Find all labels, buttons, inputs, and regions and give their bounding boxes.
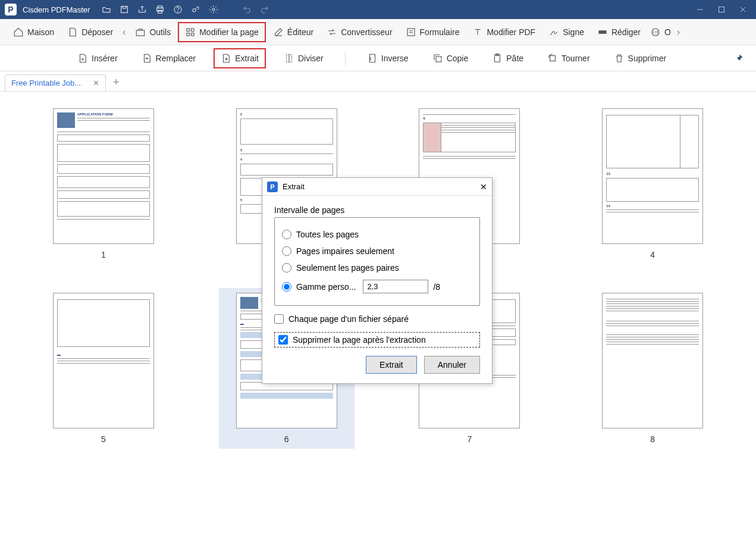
text-icon [472, 27, 483, 37]
sub-split[interactable]: Diviser [278, 49, 330, 67]
form-icon [406, 27, 416, 37]
sub-toolbar: Insérer Remplacer Extrait Diviser Invers… [0, 45, 756, 71]
custom-range-input[interactable] [363, 280, 428, 293]
tab-tools[interactable]: Outils [129, 23, 177, 41]
sub-reverse[interactable]: Inverse [361, 49, 415, 67]
tab-modify-page[interactable]: Modifier la page [178, 22, 266, 42]
share-icon[interactable] [137, 5, 147, 14]
page-thumb-8[interactable]: 8 [585, 288, 720, 449]
range-total: /8 [433, 282, 440, 292]
delete-icon [614, 53, 625, 64]
sub-split-label: Diviser [298, 54, 324, 63]
sub-extract-label: Extrait [235, 54, 259, 63]
sub-rotate-label: Tourner [561, 54, 589, 63]
doc-tab[interactable]: Free Printable Job... ✕ [5, 74, 106, 91]
radio-odd-input[interactable] [282, 246, 291, 256]
tab-modify-pdf-label: Modifier PDF [487, 27, 535, 37]
checkbox-delete-input[interactable] [278, 335, 288, 345]
convert-icon [327, 27, 337, 37]
cancel-button[interactable]: Annuler [424, 356, 480, 374]
checkbox-delete-label: Supprimer la page après l'extraction [293, 335, 426, 345]
tab-sign-label: Signe [563, 27, 584, 37]
chevron-left-icon[interactable]: ‹ [120, 27, 128, 37]
dialog-title: Extrait [283, 182, 475, 191]
close-icon[interactable] [738, 5, 748, 14]
sub-copy-label: Copie [447, 54, 469, 63]
tab-file[interactable]: Déposer [61, 23, 119, 41]
main-tabs: Maison Déposer ‹ Outils Modifier la page… [0, 19, 756, 45]
sub-delete[interactable]: Supprimer [608, 49, 673, 67]
sub-extract[interactable]: Extrait [214, 48, 266, 68]
sub-replace-label: Remplacer [156, 54, 196, 63]
radio-all-pages[interactable]: Toutes les pages [282, 226, 472, 243]
replace-page-icon [142, 53, 152, 64]
tab-form-label: Formulaire [420, 27, 460, 37]
tab-ocr[interactable]: OCR O [648, 23, 673, 41]
ocr-icon: OCR [650, 27, 661, 37]
sub-paste[interactable]: Pâte [486, 49, 529, 67]
pin-icon[interactable] [733, 53, 744, 64]
page-thumb-4[interactable]: 13 14 4 [585, 104, 720, 264]
sub-reverse-label: Inverse [381, 54, 409, 63]
doc-tab-close-icon[interactable]: ✕ [93, 79, 99, 87]
undo-icon[interactable] [242, 5, 252, 14]
checkbox-delete-after[interactable]: Supprimer la page après l'extraction [274, 332, 480, 348]
extract-button[interactable]: Extrait [366, 356, 417, 374]
maximize-icon[interactable] [717, 5, 726, 14]
copy-icon [432, 53, 443, 64]
svg-rect-21 [550, 55, 556, 61]
sub-replace[interactable]: Remplacer [136, 49, 202, 67]
checkbox-separate-files[interactable]: Chaque page d'un fichier séparé [274, 311, 480, 327]
sub-insert[interactable]: Insérer [71, 49, 124, 67]
help-icon[interactable] [173, 5, 183, 14]
settings-icon[interactable] [209, 5, 218, 14]
radio-custom-range[interactable]: Gamme perso... /8 [282, 276, 472, 297]
redo-icon[interactable] [260, 5, 269, 14]
checkbox-separate-input[interactable] [274, 314, 284, 324]
save-icon[interactable] [120, 5, 129, 14]
radio-all-label: Toutes les pages [296, 230, 359, 239]
radio-all-input[interactable] [282, 230, 291, 239]
tab-modify-pdf[interactable]: Modifier PDF [466, 23, 541, 41]
tab-form[interactable]: Formulaire [400, 23, 466, 41]
page-thumb-5[interactable]: ▬ 5 [36, 288, 171, 449]
radio-odd-pages[interactable]: Pages impaires seulement [282, 243, 472, 259]
radio-even-input[interactable] [282, 263, 291, 273]
dialog-logo: P [267, 182, 278, 192]
tab-redact[interactable]: Rédiger [591, 23, 647, 41]
sign-icon [548, 27, 559, 37]
tab-converter-label: Convertisseur [341, 27, 392, 37]
page-thumb-preview: ▬ [53, 293, 154, 428]
radio-custom-input[interactable] [282, 282, 291, 292]
svg-rect-0 [121, 7, 128, 13]
print-icon[interactable] [155, 5, 165, 14]
edit-icon [273, 27, 284, 37]
page-thumb-preview: APPLICATION FORM [53, 108, 154, 244]
open-icon[interactable] [102, 5, 111, 14]
radio-even-pages[interactable]: Seulement les pages paires [282, 259, 472, 276]
tab-tools-label: Outils [149, 27, 171, 37]
radio-even-label: Seulement les pages paires [296, 263, 399, 273]
page-number: 1 [101, 250, 106, 259]
sub-rotate[interactable]: Tourner [541, 49, 595, 67]
tab-redact-label: Rédiger [611, 27, 641, 37]
chevron-right-icon[interactable]: › [675, 27, 682, 37]
svg-rect-12 [187, 33, 190, 36]
minimize-icon[interactable] [695, 5, 705, 14]
extract-dialog: P Extrait ✕ Intervalle de pages Toutes l… [262, 177, 493, 384]
svg-point-6 [193, 9, 196, 12]
svg-rect-15 [599, 30, 606, 33]
add-tab-button[interactable]: + [106, 74, 127, 91]
page-thumb-preview: 13 14 [602, 108, 703, 244]
sub-paste-label: Pâte [506, 54, 523, 63]
page-thumb-1[interactable]: APPLICATION FORM 1 [36, 104, 171, 264]
split-page-icon [284, 53, 294, 64]
tab-converter[interactable]: Convertisseur [321, 23, 398, 41]
tab-home[interactable]: Maison [7, 23, 60, 41]
page-range-group: Toutes les pages Pages impaires seulemen… [274, 217, 480, 306]
dialog-close-icon[interactable]: ✕ [480, 182, 487, 192]
tab-sign[interactable]: Signe [542, 23, 590, 41]
key-icon[interactable] [191, 5, 200, 14]
sub-copy[interactable]: Copie [426, 49, 475, 67]
tab-editor[interactable]: Éditeur [267, 23, 319, 41]
